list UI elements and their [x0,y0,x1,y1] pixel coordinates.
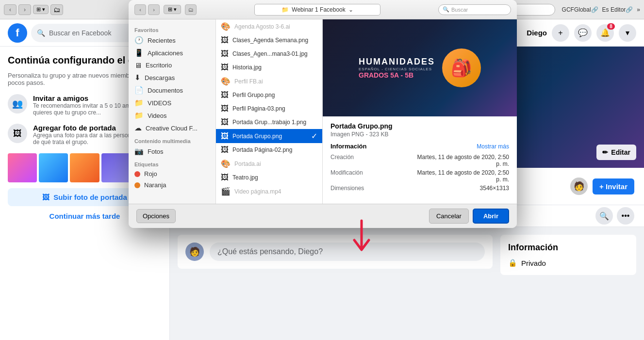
file-name-portada-pagina: Portada Página-02.png [232,146,317,153]
desktop-label: Escritorio [146,62,172,69]
png-icon-4: 🖼 [221,118,229,127]
dialog-path-chevron: ⌄ [348,6,353,13]
file-video-pagina[interactable]: 🎬 Video página.mp4 [216,184,322,198]
file-name-video-pagina: Video página.mp4 [234,188,317,195]
tags-label: Etiquetas [129,158,215,168]
ai-icon-2: 🎨 [221,77,231,86]
applications-label: Aplicaciones [148,49,183,57]
meta-dimensions: Dimensiones 3546×1313 [330,185,509,192]
dialog-path-label: Webinar 1 Facebook [292,6,346,13]
dimensions-label: Dimensiones [330,185,364,192]
videos-label: Videos [148,112,167,119]
naranja-label: Naranja [144,181,166,189]
file-name-historia: Historia.jpg [232,64,317,71]
show-more-link[interactable]: Mostrar más [477,143,509,150]
rojo-dot [134,171,140,177]
file-name-agenda: Agenda Agosto 3-6.ai [234,23,317,30]
preview-filename: Portada Grupo.png [330,122,509,130]
png-icon-3: 🖼 [221,104,229,113]
file-perfil-grupo[interactable]: 🖼 Perfil Grupo.png [216,88,322,102]
dialog-back-button[interactable]: ‹ [134,4,146,15]
dialog-body: Favoritos 🕐 Recientes 📱 Aplicaciones 🖥 E… [129,19,517,204]
file-teatro[interactable]: 🖼 Teatro.jpg [216,171,322,184]
creative-cloud-label: Creative Cloud F... [146,125,198,132]
preview-humanities: HUMANIDADES [359,57,435,67]
file-name-perfil-fb: Perfil FB.ai [234,78,317,85]
recent-icon: 🕐 [134,36,144,45]
dialog-file-list: 🎨 Agenda Agosto 3-6.ai 🖼 Clases_Agenda S… [216,19,323,204]
favorites-label: Favoritos [129,23,215,34]
sidebar-documents[interactable]: 📄 Documentos [129,84,215,97]
png-icon-5: 🖼 [221,132,229,141]
sidebar-videos[interactable]: 📁 Videos [129,109,215,122]
sidebar-recent[interactable]: 🕐 Recientes [129,34,215,47]
preview-filetype: Imagen PNG - 323 KB [330,131,509,138]
options-button[interactable]: Opciones [136,209,176,223]
sidebar-downloads[interactable]: ⬇ Descargas [129,71,215,84]
rojo-label: Rojo [144,170,157,178]
sidebar-photos[interactable]: 📷 Fotos [129,145,215,158]
dialog-sidebar: Favoritos 🕐 Recientes 📱 Aplicaciones 🖥 E… [129,19,216,204]
dialog-preview-panel: HUMANIDADES ESPAÑOL - CIENCIAS SOCIALES … [323,19,517,204]
modification-value: Martes, 11 de agosto de 2020, 2:50 p. m. [412,169,509,183]
dialog-folder-button[interactable]: 🗂 [185,4,197,15]
file-portada-pagina[interactable]: 🖼 Portada Página-02.png [216,143,322,157]
file-clases-mana[interactable]: 🖼 Clases_Agen...mana3-01.jpg [216,47,322,61]
dialog-search-icon: 🔍 [443,6,449,13]
naranja-dot [134,182,140,188]
sidebar-creative-cloud[interactable]: ☁ Creative Cloud F... [129,122,215,134]
sidebar-applications[interactable]: 📱 Aplicaciones [129,47,215,59]
documents-icon: 📄 [134,86,144,95]
photos-icon: 📷 [134,147,144,156]
file-portada-grupo[interactable]: 🖼 Portada Grupo.png ✓ [216,129,322,143]
photos-label: Fotos [148,148,164,155]
tag-rojo[interactable]: Rojo [129,168,215,179]
mp4-icon: 🎬 [221,187,231,196]
dialog-view-button[interactable]: ⊞ ▾ [164,5,181,14]
jpg-icon-1: 🖼 [221,49,229,58]
preview-section-header: Información Mostrar más [330,143,509,150]
dialog-search-placeholder: Buscar [451,7,468,13]
file-perfil-pagina[interactable]: 🖼 Perfil Página-03.png [216,102,322,115]
file-agenda[interactable]: 🎨 Agenda Agosto 3-6.ai [216,19,322,33]
info-section-label: Información [330,143,366,150]
dialog-titlebar: ‹ › ⊞ ▾ 🗂 📁 Webinar 1 Facebook ⌄ 🔍 Busca… [129,0,517,19]
applications-icon: 📱 [134,49,144,57]
preview-text-block: HUMANIDADES ESPAÑOL - CIENCIAS SOCIALES … [359,57,435,79]
open-button[interactable]: Abrir [473,209,509,224]
preview-image-area: HUMANIDADES ESPAÑOL - CIENCIAS SOCIALES … [323,19,517,116]
videos-cap-label: VIDEOS [148,99,171,107]
sidebar-desktop[interactable]: 🖥 Escritorio [129,59,215,71]
file-name-portada-trabajo: Portada Grup...trabajo 1.png [232,119,317,126]
dialog-search-bar[interactable]: 🔍 Buscar [438,4,511,15]
tag-naranja[interactable]: Naranja [129,179,215,191]
sidebar-videos-cap[interactable]: 📁 VIDEOS [129,97,215,109]
file-portada-trabajo[interactable]: 🖼 Portada Grup...trabajo 1.png [216,115,322,129]
meta-modification: Modificación Martes, 11 de agosto de 202… [330,169,509,183]
file-name-perfil-pagina: Perfil Página-03.png [232,105,317,112]
meta-creation: Creación Martes, 11 de agosto de 2020, 2… [330,154,509,167]
file-name-teatro: Teatro.jpg [232,174,317,181]
dialog-forward-button[interactable]: › [148,4,160,15]
preview-grades: GRADOS 5A - 5B [359,71,435,79]
file-historia[interactable]: 🖼 Historia.jpg [216,61,322,74]
preview-subtitle: ESPAÑOL - CIENCIAS SOCIALES [359,67,435,71]
recent-label: Recientes [148,37,176,44]
dialog-path-bar[interactable]: 📁 Webinar 1 Facebook ⌄ [254,4,380,16]
preview-info-block: Portada Grupo.png Imagen PNG - 323 KB In… [323,116,517,199]
ai-icon: 🎨 [221,22,231,31]
file-portada-ai[interactable]: 🎨 Portada.ai [216,157,322,171]
creation-label: Creación [330,154,354,167]
downloads-icon: ⬇ [134,73,141,82]
documents-label: Documentos [148,87,183,94]
cancel-button[interactable]: Cancelar [429,209,469,224]
png-icon-6: 🖼 [221,146,229,154]
dialog-nav: ‹ › [134,4,160,15]
modification-label: Modificación [330,169,363,183]
desktop-icon: 🖥 [134,61,142,69]
dialog-footer: Opciones Cancelar Abrir [129,204,517,228]
file-perfil-fb[interactable]: 🎨 Perfil FB.ai [216,74,322,88]
file-open-dialog: ‹ › ⊞ ▾ 🗂 📁 Webinar 1 Facebook ⌄ 🔍 Busca… [129,0,517,228]
file-clases-semana[interactable]: 🖼 Clases_Agenda Semana.png [216,33,322,47]
check-mark-icon: ✓ [311,131,317,141]
